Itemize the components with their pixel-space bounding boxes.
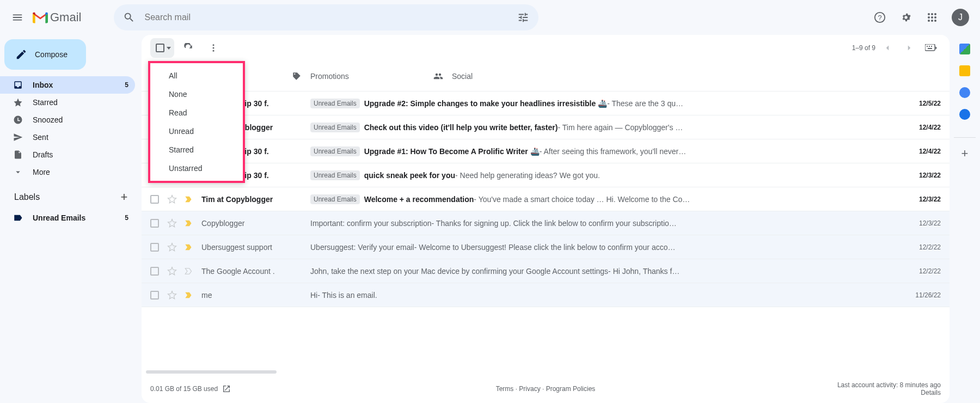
important-marker-icon[interactable]	[184, 218, 194, 228]
details-link[interactable]: Details	[921, 389, 941, 396]
gmail-icon	[33, 11, 48, 23]
svg-point-13	[213, 50, 215, 52]
side-panel: +	[950, 35, 980, 403]
terms-link[interactable]: Terms	[496, 385, 514, 393]
search-input[interactable]	[140, 13, 512, 22]
email-row[interactable]: Dickie at Ship 30 f. Unread Emails Upgra…	[142, 139, 950, 163]
email-row[interactable]: Dickie at Ship 30 f. Unread Emails Upgra…	[142, 91, 950, 115]
account-avatar[interactable]: J	[952, 9, 969, 26]
row-checkbox[interactable]	[150, 219, 159, 228]
logo-text: Gmail	[50, 10, 81, 25]
label-chip: Unread Emails	[310, 194, 360, 204]
footer: 0.01 GB of 15 GB used Terms · Privacy · …	[142, 375, 950, 403]
hamburger-icon	[11, 11, 23, 23]
keyboard-icon	[925, 44, 937, 52]
star-icon[interactable]	[167, 290, 177, 301]
contacts-app-icon[interactable]	[959, 109, 970, 120]
select-menu-all[interactable]: All	[150, 66, 243, 85]
labels-header: Labels	[14, 192, 40, 202]
select-menu-unstarred[interactable]: Unstarred	[150, 159, 243, 178]
clock-icon	[13, 115, 23, 125]
tasks-app-icon[interactable]	[959, 87, 970, 98]
input-tools-button[interactable]	[921, 38, 941, 58]
apps-button[interactable]	[921, 7, 943, 28]
tab-social[interactable]: Social	[425, 61, 566, 91]
star-icon[interactable]	[167, 194, 177, 205]
chevron-right-icon	[904, 43, 914, 53]
sender: me	[201, 291, 310, 300]
email-row[interactable]: Tim at Copyblogger Unread Emails Welcome…	[142, 187, 950, 211]
search-bar	[114, 4, 538, 30]
email-row[interactable]: Dickie at Ship 30 f. Unread Emails quick…	[142, 163, 950, 187]
important-marker-icon[interactable]	[184, 290, 194, 300]
snippet: - You've made a smart choice today … Hi.…	[474, 195, 690, 204]
nav-more[interactable]: More	[0, 163, 135, 181]
select-menu-starred[interactable]: Starred	[150, 141, 243, 159]
row-checkbox[interactable]	[150, 195, 159, 204]
mail-content: 1–9 of 9 AllNoneReadUnreadStarredUnstarr…	[142, 35, 950, 403]
inbox-icon	[13, 80, 23, 90]
search-button[interactable]	[118, 7, 140, 28]
horizontal-scrollbar[interactable]	[142, 370, 950, 375]
main-menu-button[interactable]	[4, 4, 30, 30]
date: 11/26/22	[897, 291, 941, 299]
more-button[interactable]	[203, 37, 224, 59]
email-row[interactable]: Copyblogger Important: confirm your subs…	[142, 211, 950, 235]
gear-icon	[900, 11, 912, 23]
policies-link[interactable]: Program Policies	[546, 385, 596, 393]
star-icon[interactable]	[167, 266, 177, 277]
select-all-dropdown[interactable]	[150, 38, 174, 58]
star-icon[interactable]	[167, 218, 177, 229]
important-marker-icon[interactable]	[184, 242, 194, 252]
chev-icon	[13, 167, 23, 177]
select-menu-none[interactable]: None	[150, 85, 243, 103]
select-menu-unread[interactable]: Unread	[150, 122, 243, 141]
svg-rect-16	[929, 46, 930, 47]
add-label-button[interactable]: +	[117, 190, 132, 205]
category-tabs: PrimaryPromotionsSocial	[142, 61, 950, 91]
nav-drafts[interactable]: Drafts	[0, 146, 135, 163]
older-button[interactable]	[899, 38, 919, 58]
nav-inbox[interactable]: Inbox5	[0, 76, 135, 94]
snippet: - Thanks for signing up. Click the link …	[432, 219, 677, 228]
pencil-icon	[15, 48, 27, 60]
subject: Important: confirm your subscription	[310, 219, 432, 228]
select-menu-read[interactable]: Read	[150, 103, 243, 122]
row-checkbox[interactable]	[150, 243, 159, 252]
select-all-checkbox[interactable]	[156, 44, 164, 52]
header: Gmail ? J	[0, 0, 980, 35]
email-row[interactable]: The Google Account . John, take the next…	[142, 259, 950, 283]
email-row[interactable]: Ubersuggest support Ubersuggest: Verify …	[142, 235, 950, 259]
nav-snoozed[interactable]: Snoozed	[0, 111, 135, 129]
gmail-logo[interactable]: Gmail	[33, 10, 81, 25]
important-marker-icon[interactable]	[184, 194, 194, 204]
label-chip: Unread Emails	[310, 146, 360, 156]
get-addons-button[interactable]: +	[954, 137, 976, 159]
tab-promotions[interactable]: Promotions	[283, 61, 425, 91]
refresh-button[interactable]	[177, 37, 199, 59]
refresh-icon	[183, 43, 193, 53]
newer-button[interactable]	[878, 38, 897, 58]
important-marker-icon[interactable]	[184, 266, 194, 276]
sender: The Google Account .	[201, 267, 310, 276]
star-icon[interactable]	[167, 242, 177, 253]
row-checkbox[interactable]	[150, 267, 159, 276]
email-row[interactable]: me Hi - This is an email. 11/26/22	[142, 283, 950, 307]
snippet: - These are the 3 qu…	[607, 99, 683, 108]
nav-starred[interactable]: Starred	[0, 94, 135, 111]
keep-app-icon[interactable]	[959, 65, 970, 76]
svg-point-2	[928, 13, 930, 15]
search-options-button[interactable]	[512, 7, 534, 28]
storage-link[interactable]	[222, 384, 231, 393]
svg-point-9	[931, 20, 933, 22]
privacy-link[interactable]: Privacy	[519, 385, 540, 393]
row-checkbox[interactable]	[150, 291, 159, 300]
support-button[interactable]: ?	[869, 7, 891, 28]
settings-button[interactable]	[895, 7, 917, 28]
label-item[interactable]: Unread Emails5	[0, 209, 135, 227]
svg-point-5	[928, 16, 930, 19]
email-row[interactable]: Tim at Copyblogger Unread Emails Check o…	[142, 115, 950, 139]
calendar-app-icon[interactable]	[959, 44, 970, 54]
compose-button[interactable]: Compose	[4, 39, 86, 70]
nav-sent[interactable]: Sent	[0, 129, 135, 146]
